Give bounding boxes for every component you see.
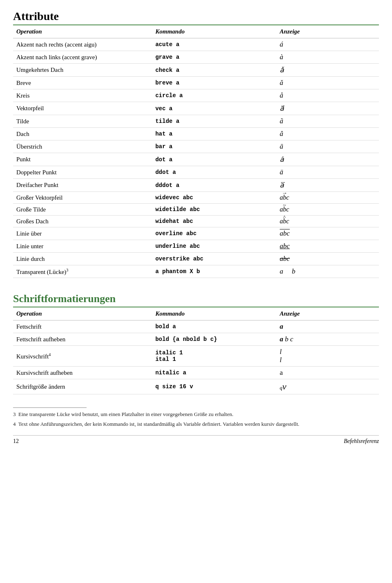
table-row: Punkt dot a ȧ: [13, 153, 379, 166]
table-row: Große Tilde widetilde abc abc ~: [13, 204, 379, 216]
op-cell: Kursivschrift aufheben: [13, 367, 152, 379]
op-cell: Schriftgröße ändern: [13, 379, 152, 394]
table-row: Umgekehrtes Dach check a ǎ: [13, 64, 379, 77]
table2-header-row: Operation Kommando Anzeige: [13, 307, 379, 320]
cmd-cell: dot a: [152, 153, 276, 166]
table-row: Großes Dach widehat abc abc ^: [13, 216, 379, 227]
op-cell: Dreifacher Punkt: [13, 179, 152, 192]
col-operation: Operation: [13, 25, 152, 38]
display-cell: abc ~: [276, 204, 379, 216]
cmd-cell: widevec abc: [152, 192, 276, 204]
cmd-cell: ddot a: [152, 166, 276, 179]
op-cell: Umgekehrtes Dach: [13, 64, 152, 77]
table-row: Tilde tilde a ã: [13, 115, 379, 128]
table-row: Akzent nach rechts (accent aigu) acute a…: [13, 38, 379, 51]
cmd-cell: vec a: [152, 102, 276, 115]
cmd-cell: circle a: [152, 89, 276, 102]
cmd-cell: widehat abc: [152, 216, 276, 227]
display-cell: â: [276, 128, 379, 140]
display-cell: abc →: [276, 192, 379, 204]
op-cell: Fettschrift aufheben: [13, 333, 152, 346]
col-anzeige: Anzeige: [276, 25, 379, 38]
cmd-cell: overstrike abc: [152, 253, 276, 265]
table-row: Doppelter Punkt ddot a ä: [13, 166, 379, 179]
display-cell: abc: [276, 227, 379, 240]
table-row: Transparent (Lücke)3 a phantom X b a b: [13, 265, 379, 278]
cmd-cell: bold {a nbold b c}: [152, 333, 276, 346]
footnote-rule: [13, 407, 87, 408]
op-cell: Fettschrift: [13, 320, 152, 333]
op-cell: Akzent nach rechts (accent aigu): [13, 38, 152, 51]
table-row: Fettschrift aufheben bold {a nbold b c} …: [13, 333, 379, 346]
cmd-cell: a phantom X b: [152, 265, 276, 278]
cmd-cell: check a: [152, 64, 276, 77]
cmd-cell: breve a: [152, 77, 276, 89]
display-cell: abc: [276, 253, 379, 265]
schriftformatierung-table: Operation Kommando Anzeige Fettschrift b…: [13, 307, 379, 394]
op-cell: Doppelter Punkt: [13, 166, 152, 179]
attribute-table: Operation Kommando Anzeige Akzent nach r…: [13, 25, 379, 278]
table-row: Vektorpfeil vec a a⃗: [13, 102, 379, 115]
cmd-cell: bold a: [152, 320, 276, 333]
cmd-cell: grave a: [152, 51, 276, 64]
display-cell: a: [276, 367, 379, 379]
display-cell: qv: [276, 379, 379, 394]
op-cell: Große Tilde: [13, 204, 152, 216]
cmd-cell: acute a: [152, 38, 276, 51]
table-row: Linie durch overstrike abc abc: [13, 253, 379, 265]
op-cell: Punkt: [13, 153, 152, 166]
table-row: Akzent nach links (accent grave) grave a…: [13, 51, 379, 64]
cmd-cell: tilde a: [152, 115, 276, 128]
op-cell: Vektorpfeil: [13, 102, 152, 115]
col2-kommando: Kommando: [152, 307, 276, 320]
display-cell: ǎ: [276, 64, 379, 77]
table-row: Linie unter underline abc abc: [13, 240, 379, 253]
display-cell: abc: [276, 240, 379, 253]
display-cell: abc ^: [276, 216, 379, 227]
table-row: Großer Vektorpfeil widevec abc abc →: [13, 192, 379, 204]
table-row: Überstrich bar a ā: [13, 140, 379, 153]
op-cell: Linie durch: [13, 253, 152, 265]
display-cell: a b c: [276, 333, 379, 346]
cmd-cell: italic 1ital 1: [152, 346, 276, 367]
op-cell: Überstrich: [13, 140, 152, 153]
op-cell: Großer Vektorpfeil: [13, 192, 152, 204]
op-cell: Großes Dach: [13, 216, 152, 227]
cmd-cell: overline abc: [152, 227, 276, 240]
table-row: Breve breve a ă: [13, 77, 379, 89]
op-cell: Kreis: [13, 89, 152, 102]
display-cell: à: [276, 51, 379, 64]
display-cell: a⃗: [276, 102, 379, 115]
op-cell: Transparent (Lücke)3: [13, 265, 152, 278]
col2-operation: Operation: [13, 307, 152, 320]
col2-anzeige: Anzeige: [276, 307, 379, 320]
footnote-item: 3 Eine transparente Lücke wird benutzt, …: [13, 410, 379, 418]
op-cell: Tilde: [13, 115, 152, 128]
table-row: Linie über overline abc abc: [13, 227, 379, 240]
display-cell: ll: [276, 346, 379, 367]
table-row: Kursivschrift4 italic 1ital 1 ll: [13, 346, 379, 367]
cmd-cell: underline abc: [152, 240, 276, 253]
page-title: Attribute: [13, 10, 379, 23]
display-cell: á: [276, 38, 379, 51]
page-footer: 12 Befehlsreferenz: [13, 435, 379, 445]
cmd-cell: dddot a: [152, 179, 276, 192]
table-row: Dreifacher Punkt dddot a a⃛: [13, 179, 379, 192]
display-cell: ã: [276, 115, 379, 128]
display-cell: a b: [276, 265, 379, 278]
cmd-cell: widetilde abc: [152, 204, 276, 216]
op-cell: Linie unter: [13, 240, 152, 253]
display-cell: ă: [276, 77, 379, 89]
footnote-item: 4 Text ohne Anführungszeichen, der kein …: [13, 420, 379, 428]
display-cell: ā: [276, 140, 379, 153]
op-cell: Breve: [13, 77, 152, 89]
table-row: Schriftgröße ändern q size 16 v qv: [13, 379, 379, 394]
cmd-cell: hat a: [152, 128, 276, 140]
table-row: Kursivschrift aufheben nitalic a a: [13, 367, 379, 379]
display-cell: ä: [276, 166, 379, 179]
op-cell: Akzent nach links (accent grave): [13, 51, 152, 64]
table-row: Kreis circle a å: [13, 89, 379, 102]
display-cell: å: [276, 89, 379, 102]
display-cell: a⃛: [276, 179, 379, 192]
op-cell: Linie über: [13, 227, 152, 240]
